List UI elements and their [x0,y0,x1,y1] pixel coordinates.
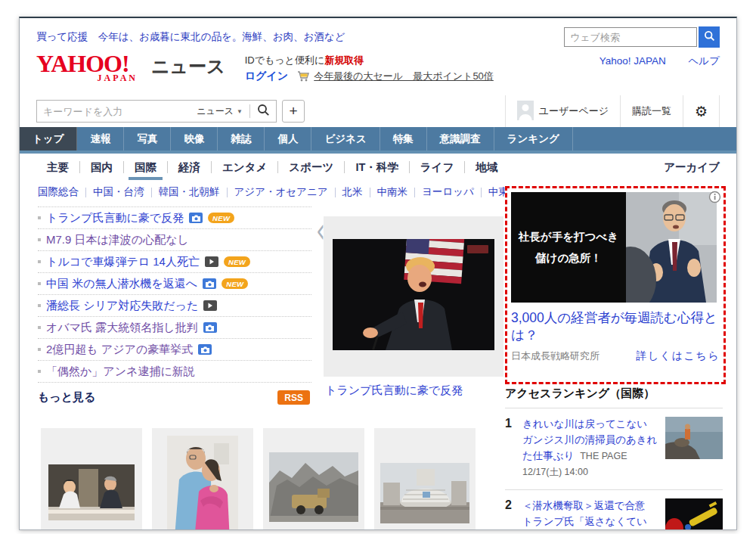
search-scope-dropdown[interactable]: ニュース ▼ [190,104,250,118]
photo-card[interactable] [41,428,142,530]
tab-magazine[interactable]: 雑誌 [218,127,265,151]
ranking-link[interactable]: ＜潜水機奪取＞返還で合意 トランプ氏「返さなくていい」 [522,500,655,530]
search-scope-label: ニュース [197,105,234,118]
add-tab-button[interactable]: + [282,100,305,123]
cat-latin-america[interactable]: 中南米 [377,185,408,199]
ranking-item[interactable]: 1 きれいな川は戻ってこない ガンジス川の清掃員のあきれた仕事ぶり THE PA… [505,408,723,490]
cat-world-general[interactable]: 国際総合 [38,185,79,199]
featured-photo-card[interactable] [324,216,503,377]
camera-icon [203,278,216,289]
tab-feature[interactable]: 特集 [380,127,427,151]
topic-link: 「偶然か」アンネ逮捕に新説 [46,365,195,379]
gear-icon: ⚙ [695,103,708,120]
list-footer: もっと見る RSS [38,390,310,405]
genre-world[interactable]: 国際 [123,161,167,173]
topic-link: 中国 米の無人潜水機を返還へ [46,277,197,291]
genre-economy[interactable]: 経済 [167,161,211,173]
genre-domestic[interactable]: 国内 [79,161,123,173]
topic-item[interactable]: トランプ氏言動に豪で反発 NEW [38,206,311,229]
tab-photo[interactable]: 写真 [124,127,171,151]
tab-business[interactable]: ビジネス [311,127,380,151]
ranking-thumbnail[interactable] [665,498,723,530]
keyword-search-button[interactable] [250,101,276,122]
tab-top[interactable]: トップ [20,127,77,151]
tab-ranking[interactable]: ランキング [494,127,573,151]
topic-item[interactable]: 潘総長 シリア対応失敗だった [38,295,311,317]
topic-item[interactable]: 「偶然か」アンネ逮捕に新説 [38,361,311,383]
cart-icon [297,71,309,86]
subscription-list-button[interactable]: 購読一覧 [620,95,683,127]
ad-advertiser: 日本成長戦略研究所 [511,349,600,363]
genre-region[interactable]: 地域 [464,161,508,173]
ranking-item[interactable]: 2 ＜潜水機奪取＞返還で合意 トランプ氏「返さなくていい」 毎日新聞 12/18… [505,490,723,530]
rank-number: 1 [505,417,522,480]
topic-item[interactable]: 中国 米の無人潜水機を返還へ NEW [38,273,311,295]
login-link[interactable]: ログイン [245,70,288,82]
yahoo-japan-link[interactable]: Yahoo! JAPAN [600,55,666,67]
genre-it-science[interactable]: IT・科学 [344,161,408,173]
genre-sports[interactable]: スポーツ [277,161,344,173]
topic-item[interactable]: M7.9 日本は津波の心配なし [38,229,311,251]
cat-north-america[interactable]: 北米 [342,185,363,199]
bullet-icon [38,370,41,373]
web-search-input[interactable] [564,27,697,47]
photo-card-row [41,428,476,530]
yahoo-news-logo[interactable]: YAHOO! JAPAN [36,51,148,84]
tab-personal[interactable]: 個人 [265,127,311,151]
help-link[interactable]: ヘルプ [689,55,720,67]
genre-life[interactable]: ライフ [409,161,465,173]
header-links: Yahoo! JAPAN ヘルプ [580,54,720,68]
archive-link[interactable]: アーカイブ [664,160,720,175]
cat-asia-oceania[interactable]: アジア・オセアニア [234,185,328,199]
bullet-icon [38,238,41,241]
signup-link[interactable]: 新規取得 [324,54,364,66]
cat-europe[interactable]: ヨーロッパ [422,185,474,199]
topic-link: オバマ氏 露大統領名指し批判 [46,321,198,335]
sale-link[interactable]: 今年最後の大セール 最大ポイント50倍 [314,70,494,82]
featured-caption[interactable]: トランプ氏言動に豪で反発 [325,383,463,398]
video-icon [203,300,217,311]
bullet-icon [38,304,41,307]
camera-icon [203,322,217,333]
camera-icon [198,344,212,355]
promo-link[interactable]: 買って応援 今年は、お歳暮に東北の品を。海鮮、お肉、お酒など [36,30,345,44]
topics-list: トランプ氏言動に豪で反発 NEW M7.9 日本は津波の心配なし トルコで車爆弾… [38,206,311,383]
more-link[interactable]: もっと見る [38,390,95,405]
tab-flash[interactable]: 速報 [77,127,124,151]
topic-item[interactable]: オバマ氏 露大統領名指し批判 [38,317,311,339]
rss-button[interactable]: RSS [277,390,310,405]
topic-item[interactable]: トルコで車爆弾テロ 14人死亡 NEW [38,251,311,273]
promo-bar: 買って応援 今年は、お歳暮に東北の品を。海鮮、お肉、お酒など [36,18,720,51]
topic-item[interactable]: 2億円超も アジアの豪華挙式 [38,339,311,361]
photo-card[interactable] [152,428,253,530]
web-search-button[interactable] [699,26,720,48]
tab-survey[interactable]: 意識調査 [427,127,494,151]
bullet-icon [38,348,41,351]
keyword-search-box: ニュース ▼ [36,100,277,123]
subscription-label: 購読一覧 [632,104,671,118]
bullet-icon [38,282,41,285]
cat-korea[interactable]: 韓国・北朝鮮 [159,185,220,199]
tab-video[interactable]: 映像 [171,127,218,151]
keyword-search-input[interactable] [37,106,190,117]
genre-entertainment[interactable]: エンタメ [211,161,277,173]
ad-image: 社長が手を打つべき 儲けの急所！ [511,192,720,303]
ranking-thumbnail[interactable] [665,417,723,459]
ad-image-text-line2: 儲けの急所！ [535,251,602,265]
ad-panel[interactable]: 社長が手を打つべき 儲けの急所！ [505,186,726,384]
site-header: YAHOO! JAPAN ニュース IDでもっと便利に新規取得 ログイン 今年最… [36,51,720,95]
access-ranking: アクセスランキング（国際） 1 きれいな川は戻ってこない ガンジス川の清掃員のあ… [505,387,723,530]
bullet-icon [38,260,41,263]
ad-info-icon[interactable] [708,191,721,203]
id-promo-block: IDでもっと便利に新規取得 ログイン 今年最後の大セール 最大ポイント50倍 [245,53,494,86]
video-icon [205,256,218,267]
user-page-button[interactable]: ユーザーページ [505,95,620,127]
web-search [564,26,720,48]
ad-headline[interactable]: 3,000人の経営者が毎週読む心得とは？ [511,309,720,344]
photo-card[interactable] [263,428,364,530]
photo-card[interactable] [374,428,476,530]
cat-china-taiwan[interactable]: 中国・台湾 [93,185,144,199]
genre-main[interactable]: 主要 [36,154,79,181]
settings-button[interactable]: ⚙ [683,95,720,127]
ad-cta-link[interactable]: 詳しくはこちら [637,349,720,363]
